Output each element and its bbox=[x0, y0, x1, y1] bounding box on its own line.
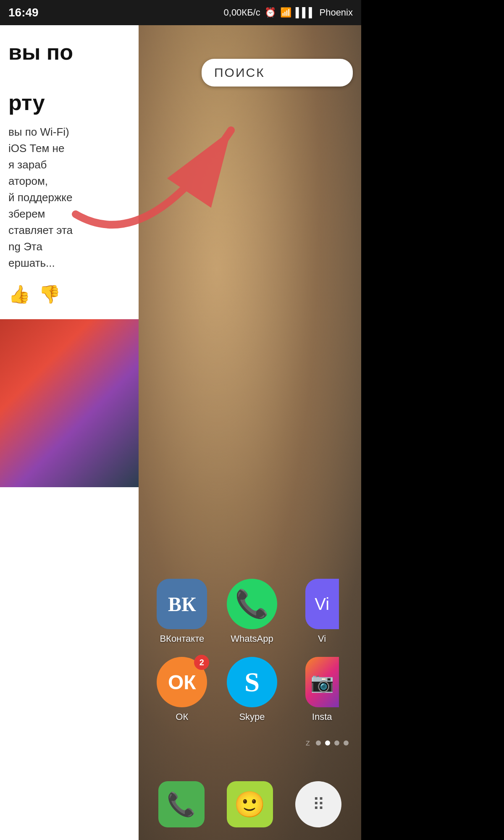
dot-2 bbox=[325, 740, 330, 746]
messages-icon: 🙂 bbox=[234, 790, 265, 819]
dock: 📞 🙂 ⠿ bbox=[139, 781, 361, 827]
status-time: 16:49 bbox=[8, 6, 39, 19]
thumbs-down-button[interactable]: 👎 bbox=[39, 284, 60, 304]
vk-label: ВКонтакте bbox=[160, 633, 204, 644]
instagram-label: Insta bbox=[312, 711, 332, 722]
card-text: вы по Wi-Fi) iOS Тем не я зараб атором, … bbox=[8, 124, 130, 271]
search-bar[interactable]: ПОИСК bbox=[202, 59, 353, 87]
wifi-icon: 📶 bbox=[280, 7, 291, 18]
alarm-icon: ⏰ bbox=[265, 7, 276, 18]
ok-badge: 2 bbox=[194, 655, 209, 670]
dock-phone[interactable]: 📞 bbox=[158, 781, 205, 827]
vk-icon[interactable]: ВК bbox=[157, 579, 207, 629]
search-placeholder[interactable]: ПОИСК bbox=[214, 66, 265, 80]
network-speed: 0,00КБ/с bbox=[224, 7, 260, 18]
signal-icon: ▌▌▌ bbox=[296, 7, 315, 18]
app-grid: ВК ВКонтакте 📞 WhatsApp Vi Vi ОК 2 ОК bbox=[143, 579, 361, 722]
wallpaper: вы порту вы по Wi-Fi) iOS Тем не я зараб… bbox=[0, 25, 361, 840]
card-actions: 👍 👎 bbox=[8, 284, 130, 304]
ok-icon[interactable]: ОК 2 bbox=[157, 657, 207, 707]
app-item-viber[interactable]: Vi Vi bbox=[291, 579, 353, 644]
apps-grid-icon: ⠿ bbox=[312, 795, 325, 814]
app-item-skype[interactable]: S Skype bbox=[221, 657, 283, 722]
app-item-vk[interactable]: ВК ВКонтакте bbox=[151, 579, 213, 644]
ok-label: ОК bbox=[176, 711, 188, 722]
app-item-whatsapp[interactable]: 📞 WhatsApp bbox=[221, 579, 283, 644]
app-item-ok[interactable]: ОК 2 ОК bbox=[151, 657, 213, 722]
card-bottom-image bbox=[0, 319, 139, 487]
app-item-instagram[interactable]: 📷 Insta bbox=[291, 657, 353, 722]
left-panel: вы порту вы по Wi-Fi) iOS Тем не я зараб… bbox=[0, 25, 139, 840]
whatsapp-icon[interactable]: 📞 bbox=[227, 579, 277, 629]
phone-icon: 📞 bbox=[167, 791, 196, 818]
whatsapp-label: WhatsApp bbox=[231, 633, 273, 644]
skype-icon[interactable]: S bbox=[227, 657, 277, 707]
page-dots: z bbox=[306, 738, 349, 748]
dock-apps[interactable]: ⠿ bbox=[295, 781, 341, 827]
status-right-icons: 0,00КБ/с ⏰ 📶 ▌▌▌ Phoenix bbox=[224, 7, 353, 18]
dock-messages[interactable]: 🙂 bbox=[227, 781, 273, 827]
card-title: вы порту bbox=[8, 40, 130, 115]
instagram-icon[interactable]: 📷 bbox=[305, 657, 339, 707]
viber-label: Vi bbox=[318, 633, 326, 644]
skype-label: Skype bbox=[239, 711, 265, 722]
status-bar: 16:49 0,00КБ/с ⏰ 📶 ▌▌▌ Phoenix bbox=[0, 0, 361, 25]
viber-icon[interactable]: Vi bbox=[305, 579, 339, 629]
article-card: вы порту вы по Wi-Fi) iOS Тем не я зараб… bbox=[0, 25, 139, 319]
page-letter: z bbox=[306, 738, 310, 748]
card-bottom bbox=[0, 319, 139, 487]
thumbs-up-button[interactable]: 👍 bbox=[8, 284, 30, 304]
dot-1 bbox=[316, 740, 321, 746]
dot-3 bbox=[334, 740, 339, 746]
carrier-name: Phoenix bbox=[319, 7, 353, 18]
dot-4 bbox=[344, 740, 349, 746]
